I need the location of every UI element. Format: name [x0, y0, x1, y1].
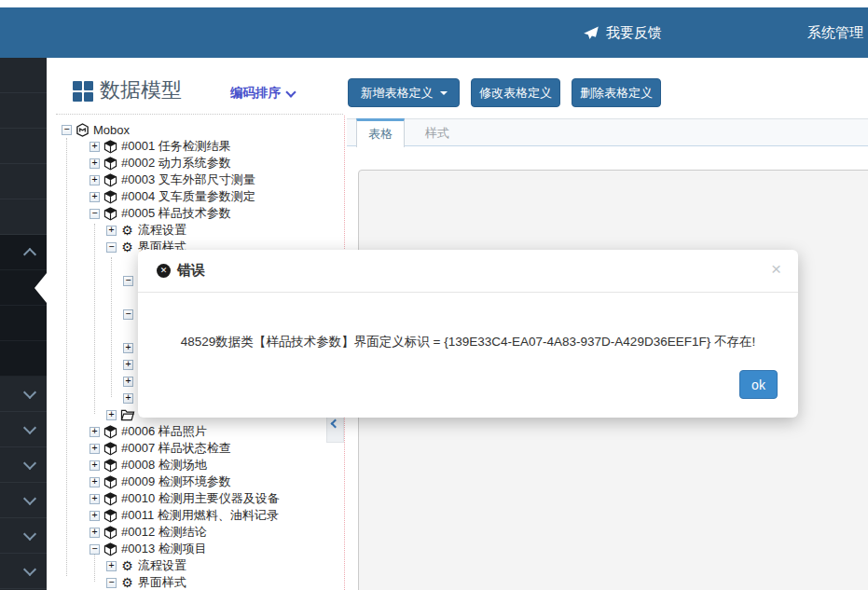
delete-table-definition-button[interactable]: 删除表格定义 [572, 78, 661, 107]
collapse-box-icon[interactable]: − [106, 578, 117, 588]
sidebar-item[interactable] [0, 483, 47, 518]
tree-item[interactable]: +#0006 样品照片 [56, 423, 343, 440]
tree-item-label: #0004 叉车质量参数测定 [121, 188, 255, 205]
sidebar-item[interactable] [0, 306, 47, 341]
error-dialog-title: 错误 [177, 262, 205, 280]
expand-box-icon[interactable]: + [90, 477, 100, 487]
cube-icon [103, 425, 118, 439]
collapse-box-icon[interactable]: − [123, 276, 133, 286]
expand-box-icon[interactable]: + [90, 158, 100, 169]
tab-style[interactable]: 样式 [414, 118, 461, 147]
collapse-box-icon[interactable]: − [123, 309, 133, 320]
cube-icon [103, 542, 118, 556]
paper-plane-icon [583, 25, 599, 41]
tree-item-label: #0005 样品技术参数 [121, 205, 231, 222]
sidebar-item[interactable] [0, 58, 47, 93]
sort-order-label: 编码排序 [230, 85, 281, 102]
tree-item[interactable]: +#0002 动力系统参数 [56, 155, 343, 172]
tree-item[interactable]: +#0007 样品状态检查 [56, 440, 343, 457]
expand-box-icon[interactable]: + [90, 444, 100, 454]
system-admin-label: 系统管理 [807, 24, 863, 42]
tree-item[interactable]: +⚙流程设置 [56, 222, 343, 239]
tree-item[interactable]: −#0013 检测项目 [56, 541, 343, 557]
close-icon[interactable]: × [771, 260, 781, 278]
tree-item[interactable]: −⚙界面样式 [56, 574, 343, 590]
tree-item[interactable]: +⚙流程设置 [56, 557, 343, 574]
tree-item[interactable]: +#0011 检测用燃料、油料记录 [56, 507, 343, 524]
chevron-down-icon [23, 562, 36, 575]
sidebar-item[interactable] [0, 129, 47, 164]
sort-order-dropdown[interactable]: 编码排序 [230, 85, 295, 102]
tree-item[interactable]: +#0009 检测环境参数 [56, 473, 343, 490]
chevron-down-icon [285, 87, 296, 97]
expand-box-icon[interactable]: + [90, 460, 100, 471]
sidebar-item[interactable] [0, 235, 47, 270]
expand-box-icon[interactable]: + [106, 561, 117, 571]
collapse-box-icon[interactable]: − [62, 125, 72, 135]
error-circle-x-icon: ✕ [157, 264, 171, 278]
error-message: 48529数据类【样品技术参数】界面定义标识 = {139E33C4-EA07-… [138, 293, 798, 350]
tree-item-label: 界面样式 [138, 574, 186, 590]
mobox-icon [75, 123, 90, 137]
sidebar-item[interactable] [0, 164, 47, 199]
ok-button[interactable]: ok [739, 370, 778, 399]
tree-item-label: #0010 检测用主要仪器及设备 [121, 490, 280, 507]
sidebar-item[interactable] [0, 518, 47, 554]
expand-box-icon[interactable]: + [90, 427, 100, 437]
tree-item-label: #0003 叉车外部尺寸测量 [121, 172, 255, 188]
collapse-box-icon[interactable]: − [90, 544, 100, 555]
system-admin-link[interactable]: 系统管理 [807, 7, 863, 58]
sidebar-item[interactable] [0, 93, 47, 129]
tree-collapse-handle[interactable] [326, 418, 344, 443]
tree-item[interactable]: +#0010 检测用主要仪器及设备 [56, 490, 343, 507]
tree-item[interactable]: +#0004 叉车质量参数测定 [56, 188, 343, 205]
sidebar-item[interactable] [0, 447, 47, 483]
expand-box-icon[interactable]: + [123, 393, 133, 404]
sidebar-item[interactable] [0, 554, 47, 589]
expand-box-icon[interactable]: + [90, 494, 100, 504]
tree-item[interactable]: +#0012 检测结论 [56, 524, 343, 541]
tab-table[interactable]: 表格 [356, 118, 405, 147]
expand-box-icon[interactable]: + [90, 511, 100, 521]
active-item-notch [34, 273, 47, 303]
expand-box-icon[interactable]: + [106, 410, 117, 420]
left-sidebar [0, 58, 47, 590]
page-title: 数据模型 [100, 76, 182, 104]
cube-icon [103, 140, 118, 154]
tree-item[interactable]: −#0005 样品技术参数 [56, 205, 343, 222]
sidebar-item[interactable] [0, 341, 47, 377]
expand-box-icon[interactable]: + [90, 175, 100, 185]
expand-box-icon[interactable]: + [123, 377, 133, 387]
tab-style-label: 样式 [425, 125, 449, 142]
folder-icon [119, 408, 135, 421]
collapse-box-icon[interactable]: − [90, 209, 100, 219]
sidebar-item[interactable] [0, 412, 47, 447]
expand-box-icon[interactable]: + [106, 226, 117, 236]
tab-strip: 表格 样式 [347, 118, 868, 146]
modify-table-definition-button[interactable]: 修改表格定义 [471, 78, 560, 107]
chevron-left-icon [331, 419, 340, 429]
cube-icon [103, 475, 118, 489]
chevron-down-icon [23, 385, 36, 398]
add-table-definition-label: 新增表格定义 [361, 85, 434, 102]
expand-box-icon[interactable]: + [90, 528, 100, 538]
add-table-definition-button[interactable]: 新增表格定义 [348, 78, 460, 107]
gear-icon: ⚙ [119, 558, 135, 573]
tree-item[interactable]: +#0001 任务检测结果 [56, 138, 343, 155]
gear-icon: ⚙ [119, 575, 135, 590]
tree-item-label: #0007 样品状态检查 [121, 440, 231, 457]
feedback-link[interactable]: 我要反馈 [583, 7, 662, 58]
expand-box-icon[interactable]: + [90, 192, 100, 202]
sidebar-item[interactable] [0, 377, 47, 412]
collapse-box-icon[interactable]: − [106, 242, 117, 253]
sidebar-item[interactable] [0, 199, 47, 235]
tree-item[interactable]: +#0003 叉车外部尺寸测量 [56, 172, 343, 188]
tree-item[interactable]: −Mobox [56, 121, 343, 138]
expand-box-icon[interactable]: + [123, 343, 133, 353]
expand-box-icon[interactable]: + [90, 142, 100, 152]
expand-box-icon[interactable]: + [123, 360, 133, 370]
tree-item[interactable]: +#0008 检测场地 [56, 457, 343, 473]
sidebar-item[interactable] [0, 270, 47, 306]
data-model-grid-icon [73, 81, 93, 102]
tree-item-label: #0012 检测结论 [121, 524, 207, 541]
